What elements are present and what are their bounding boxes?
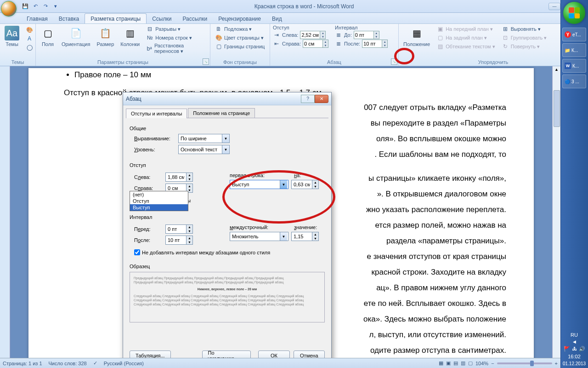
no-add-space-checkbox[interactable]: Не добавлять интервал между абзацами одн… bbox=[134, 249, 325, 255]
chevron-down-icon[interactable]: ▼ bbox=[222, 145, 229, 154]
vertical-ruler[interactable] bbox=[0, 66, 10, 358]
spin-up-icon[interactable]: ▲ bbox=[312, 232, 318, 236]
undo-icon[interactable]: ↶ bbox=[31, 2, 40, 11]
text-wrap-button[interactable]: ▤Обтекание текстом ▾ bbox=[435, 42, 497, 51]
zoom-out-button[interactable]: − bbox=[491, 361, 494, 366]
level-combo[interactable]: ▼ bbox=[178, 145, 230, 154]
tray-clock[interactable]: 16:02 bbox=[568, 354, 581, 359]
view-web-icon[interactable]: ▤ bbox=[453, 360, 458, 366]
spin-up-icon[interactable]: ▲ bbox=[187, 173, 192, 177]
before-spinner[interactable]: ▲▼ bbox=[165, 224, 193, 234]
spin-up-icon[interactable]: ▲ bbox=[187, 225, 192, 229]
zoom-slider[interactable] bbox=[497, 362, 552, 364]
theme-colors-button[interactable]: 🎨 bbox=[24, 26, 35, 34]
dropdown-option-hanging[interactable]: Выступ bbox=[130, 204, 188, 211]
value-spinner[interactable]: ▲▼ bbox=[291, 232, 319, 241]
spin-down-icon[interactable]: ▼ bbox=[187, 229, 192, 233]
rotate-button[interactable]: ↻Повернуть ▾ bbox=[500, 42, 549, 51]
tab-insert[interactable]: Вставка bbox=[53, 14, 85, 23]
spacing-after-input[interactable]: ▲▼ bbox=[362, 40, 388, 48]
breaks-button[interactable]: ⊟Разрывы ▾ bbox=[144, 25, 207, 33]
align-button[interactable]: ⊞Выровнять ▾ bbox=[500, 25, 549, 33]
bring-front-button[interactable]: ▣На передний план ▾ bbox=[435, 25, 497, 33]
proofing-icon[interactable]: ✓ bbox=[93, 360, 97, 366]
size-button[interactable]: 📋Размер bbox=[95, 25, 116, 48]
group-objects-button[interactable]: ⊡Группировать ▾ bbox=[500, 34, 549, 42]
spin-down-icon[interactable]: ▼ bbox=[187, 240, 192, 244]
status-word-count[interactable]: Число слов: 328 bbox=[49, 361, 87, 366]
spin-down-icon[interactable]: ▼ bbox=[312, 184, 318, 189]
status-language[interactable]: Русский (Россия) bbox=[104, 361, 144, 366]
minimize-button[interactable]: — bbox=[548, 3, 560, 10]
view-draft-icon[interactable]: ▢ bbox=[468, 360, 473, 366]
chevron-down-icon[interactable]: ▼ bbox=[280, 180, 287, 189]
dialog-titlebar[interactable]: Абзац ? ✕ bbox=[123, 92, 331, 105]
theme-effects-button[interactable]: ◯ bbox=[24, 43, 35, 52]
indent-left-input[interactable]: ▲▼ bbox=[300, 31, 326, 39]
taskbar-item[interactable]: 📁К... bbox=[562, 43, 586, 57]
dropdown-option-indent[interactable]: Отступ bbox=[130, 198, 188, 204]
indent-right-input[interactable]: ▲▼ bbox=[303, 40, 328, 48]
chevron-down-icon[interactable]: ▼ bbox=[280, 232, 287, 241]
margins-button[interactable]: ▢Поля bbox=[39, 25, 57, 48]
zoom-percent[interactable]: 104% bbox=[475, 361, 488, 366]
zoom-in-button[interactable]: + bbox=[555, 361, 558, 366]
dialog-tab-position[interactable]: Положение на странице bbox=[188, 108, 255, 118]
line-numbers-button[interactable]: №Номера строк ▾ bbox=[144, 34, 207, 42]
dialog-tab-indents[interactable]: Отступы и интервалы bbox=[126, 109, 187, 118]
tab-references[interactable]: Ссылки bbox=[147, 14, 177, 23]
tab-home[interactable]: Главная bbox=[21, 14, 53, 23]
columns-button[interactable]: ▥Колонки bbox=[119, 25, 141, 48]
page-color-button[interactable]: 🎨Цвет страницы ▾ bbox=[213, 34, 266, 42]
dialog-help-button[interactable]: ? bbox=[301, 95, 315, 103]
tray-chevron-icon[interactable]: ◀ bbox=[573, 339, 576, 344]
tray-language[interactable]: RU bbox=[571, 332, 578, 338]
office-button[interactable] bbox=[0, 0, 17, 13]
vertical-scrollbar[interactable]: ▲ bbox=[552, 66, 560, 358]
themes-button[interactable]: Aa Темы bbox=[3, 25, 21, 48]
spin-down-icon[interactable]: ▼ bbox=[312, 236, 318, 241]
after-spinner[interactable]: ▲▼ bbox=[165, 236, 193, 245]
chevron-down-icon[interactable]: ▼ bbox=[222, 134, 229, 143]
tray-flag-icon[interactable]: 🚩 bbox=[564, 346, 570, 352]
paragraph-launcher[interactable]: ↘ bbox=[391, 58, 397, 65]
tray-volume-icon[interactable]: 🔊 bbox=[579, 346, 585, 352]
page-borders-button[interactable]: ▢Границы страниц bbox=[213, 42, 266, 51]
scroll-up-icon[interactable]: ▲ bbox=[554, 67, 559, 72]
theme-fonts-button[interactable]: A bbox=[24, 34, 35, 43]
spin-down-icon[interactable]: ▼ bbox=[187, 177, 192, 181]
spin-up-icon[interactable]: ▲ bbox=[187, 184, 192, 188]
page-setup-launcher[interactable]: ↘ bbox=[203, 58, 209, 65]
spin-up-icon[interactable]: ▲ bbox=[312, 180, 318, 184]
alignment-combo[interactable]: ▼ bbox=[178, 134, 230, 143]
view-full-screen-icon[interactable]: ▣ bbox=[446, 360, 451, 366]
spacing-before-input[interactable]: ▲▼ bbox=[354, 31, 379, 39]
scroll-thumb[interactable] bbox=[554, 90, 560, 127]
qat-dropdown-icon[interactable]: ▾ bbox=[51, 2, 60, 11]
taskbar-item[interactable]: 🔵3 ... bbox=[562, 75, 586, 88]
dropdown-option-none[interactable]: (нет) bbox=[130, 191, 188, 198]
taskbar-item[interactable]: YeT... bbox=[562, 28, 586, 41]
line-spacing-combo[interactable]: ▼ bbox=[230, 232, 288, 241]
orientation-button[interactable]: 📄Ориентация bbox=[60, 25, 92, 48]
tab-page-layout[interactable]: Разметка страницы bbox=[85, 13, 147, 23]
spin-up-icon[interactable]: ▲ bbox=[187, 236, 192, 240]
view-print-layout-icon[interactable]: ▦ bbox=[439, 360, 443, 366]
watermark-button[interactable]: 🗎Подложка ▾ bbox=[213, 25, 266, 33]
tray-network-icon[interactable]: 🖧 bbox=[572, 346, 577, 352]
tab-review[interactable]: Рецензирование bbox=[213, 14, 266, 23]
tab-mailings[interactable]: Рассылки bbox=[177, 14, 213, 23]
hyphenation-button[interactable]: bªРасстановка переносов ▾ bbox=[144, 42, 207, 55]
first-line-combo[interactable]: ▼ bbox=[230, 180, 288, 189]
by-spinner[interactable]: ▲▼ bbox=[291, 180, 319, 189]
position-button[interactable]: ▦Положение bbox=[401, 25, 432, 48]
save-icon[interactable]: 💾 bbox=[21, 2, 29, 11]
taskbar-item[interactable]: WК... bbox=[562, 59, 586, 73]
indent-left-spinner[interactable]: ▲▼ bbox=[165, 172, 193, 182]
redo-icon[interactable]: ↷ bbox=[41, 2, 50, 11]
tab-view[interactable]: Вид bbox=[266, 14, 288, 23]
status-page[interactable]: Страница: 1 из 1 bbox=[3, 361, 42, 366]
start-button[interactable] bbox=[563, 2, 585, 24]
send-back-button[interactable]: ▢На задний план ▾ bbox=[435, 34, 497, 42]
view-outline-icon[interactable]: ▥ bbox=[461, 360, 465, 366]
